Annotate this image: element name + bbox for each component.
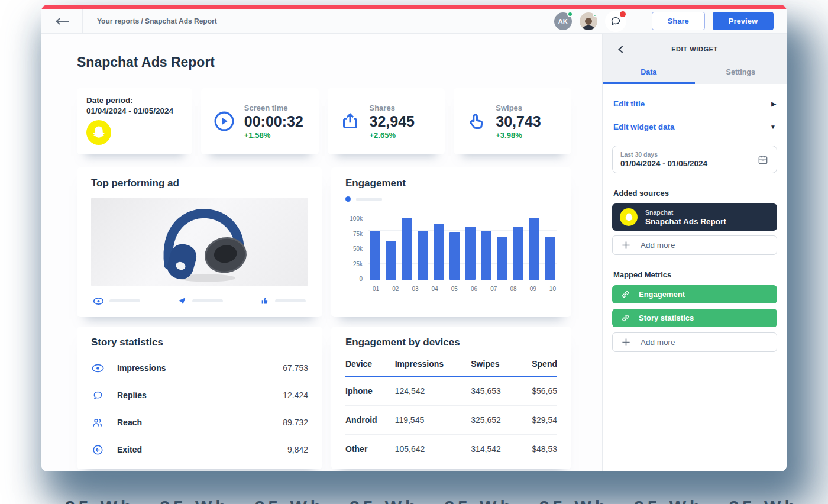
app-window: Your reports / Snapchat Ads Report AK <box>41 5 787 471</box>
snapchat-badge <box>86 120 111 145</box>
card-title: Top performing ad <box>91 177 308 189</box>
x-tick: 09 <box>530 286 536 292</box>
chart-legend <box>345 196 557 202</box>
card-title: Story statistics <box>91 337 308 348</box>
add-source-button[interactable]: Add more <box>612 235 777 255</box>
swipe-hand-icon <box>465 111 487 132</box>
report-canvas: Snapchat Ads Report Date period: 01/04/2… <box>41 34 602 471</box>
link-icon <box>620 313 630 323</box>
legend-dot <box>345 196 351 202</box>
online-dot <box>567 11 573 17</box>
ad-metric-views <box>93 296 140 305</box>
story-rows: Impressions 67.753 Replies 12.424 <box>91 354 308 463</box>
stat-delta: +2.65% <box>370 131 415 140</box>
placeholder-pill <box>192 299 223 302</box>
caret-right-icon: ▶ <box>771 101 776 107</box>
engagement-by-devices-card: Engagement by devices Device Impressions… <box>331 327 571 469</box>
y-tick: 0 <box>359 276 363 282</box>
table-row: Android 119,545 325,652 $29,54 <box>345 406 557 435</box>
bar <box>386 241 396 280</box>
tab-data[interactable]: Data <box>603 64 695 84</box>
panel-content: Edit title ▶ Edit widget data ▼ Last 30 … <box>603 84 787 352</box>
preview-button[interactable]: Preview <box>713 12 774 30</box>
tab-settings[interactable]: Settings <box>695 64 787 84</box>
story-row-reach: Reach 89.732 <box>91 409 308 436</box>
snapchat-ghost-icon <box>623 212 635 223</box>
mapped-metric-engagement[interactable]: Engagement <box>612 285 777 303</box>
stat-delta: +3.98% <box>496 131 541 140</box>
panel-title: EDIT WIDGET <box>603 46 787 53</box>
eye-icon <box>93 298 104 305</box>
x-tick: 07 <box>490 286 497 292</box>
engagement-y-axis: 100k75k50k25k0 <box>345 214 368 280</box>
source-name: Snapchat Ads Report <box>645 217 726 226</box>
date-period-value: 01/04/2024 - 01/05/2024 <box>86 106 183 115</box>
bar <box>434 224 444 280</box>
ad-metrics-row <box>91 296 308 305</box>
mapped-metric-story-statistics[interactable]: Story statistics <box>612 309 777 327</box>
stat-card-swipes: Swipes 30,743 +3.98% <box>454 88 571 154</box>
snapchat-ghost-icon <box>90 124 107 141</box>
edit-widget-data-row[interactable]: Edit widget data ▼ <box>613 122 776 131</box>
people-icon <box>91 417 104 428</box>
bar <box>545 237 555 280</box>
bar <box>418 231 428 280</box>
y-tick: 100k <box>350 216 363 222</box>
bar-chart: 100k75k50k25k0 <box>345 214 557 280</box>
date-range-value: 01/04/2024 - 01/05/2024 <box>620 159 707 168</box>
chat-button[interactable] <box>605 11 626 32</box>
table-row: Iphone 124,542 345,653 $56,65 <box>345 376 557 406</box>
story-statistics-card: Story statistics Impressions 67.753 <box>77 327 322 469</box>
window-top-red-bar <box>41 5 787 9</box>
x-tick: 08 <box>510 286 516 292</box>
background-clipped-text: 25 Wh 25 Wh 25 Wh 25 Wh 25 Wh 25 Wh 25 W… <box>65 497 810 504</box>
online-dot <box>593 12 597 17</box>
date-range-picker[interactable]: Last 30 days 01/04/2024 - 01/05/2024 <box>612 146 777 173</box>
placeholder-pill <box>275 299 306 302</box>
bar <box>402 218 412 280</box>
date-preset-label: Last 30 days <box>620 151 707 158</box>
engagement-x-axis: 01020304050607080910 <box>373 286 556 292</box>
add-metric-button[interactable]: Add more <box>612 332 777 352</box>
bar <box>513 227 523 280</box>
avatar-initials[interactable]: AK <box>554 12 572 30</box>
back-arrow-icon <box>55 18 69 25</box>
stat-value: 30,743 <box>496 113 541 130</box>
engagement-bars <box>368 214 557 280</box>
bar <box>481 231 491 280</box>
ad-image-headphones <box>91 198 308 286</box>
person-icon <box>581 16 596 30</box>
thumb-up-icon <box>260 296 269 305</box>
chat-bubble-icon <box>91 390 104 401</box>
breadcrumb[interactable]: Your reports / Snapchat Ads Report <box>97 17 217 25</box>
stat-value: 00:00:32 <box>244 113 303 130</box>
ad-metric-likes <box>260 296 306 305</box>
source-network: Snapchat <box>645 209 726 216</box>
panel-back-button[interactable] <box>618 46 623 53</box>
story-row-impressions: Impressions 67.753 <box>91 354 308 382</box>
page-title: Snapchat Ads Report <box>77 54 571 70</box>
x-tick: 10 <box>549 286 556 292</box>
plus-icon <box>622 241 630 250</box>
panel-top: EDIT WIDGET Data Settings <box>603 34 787 84</box>
engagement-plot <box>368 214 557 280</box>
devices-table: Device Impressions Swipes Spend Iphone 1… <box>345 353 557 463</box>
avatar-photo[interactable] <box>580 12 597 30</box>
stat-label: Swipes <box>496 104 541 112</box>
x-tick: 02 <box>392 286 399 292</box>
back-button[interactable] <box>41 9 83 33</box>
bar <box>449 232 460 280</box>
stat-label: Screen time <box>244 104 303 112</box>
card-title: Engagement by devices <box>345 337 557 348</box>
devices-header-row: Device Impressions Swipes Spend <box>345 353 557 376</box>
x-tick: 01 <box>373 286 379 292</box>
share-button[interactable]: Share <box>652 12 705 30</box>
eye-icon <box>91 364 104 373</box>
gridline <box>368 280 557 280</box>
edit-title-row[interactable]: Edit title ▶ <box>613 99 776 108</box>
stat-card-date-period: Date period: 01/04/2024 - 01/05/2024 <box>77 88 192 154</box>
source-card-snapchat[interactable]: Snapchat Snapchat Ads Report <box>612 203 777 231</box>
toolbar: Your reports / Snapchat Ads Report AK <box>41 9 787 34</box>
headphones-illustration <box>126 198 274 286</box>
notification-dot <box>620 11 626 17</box>
